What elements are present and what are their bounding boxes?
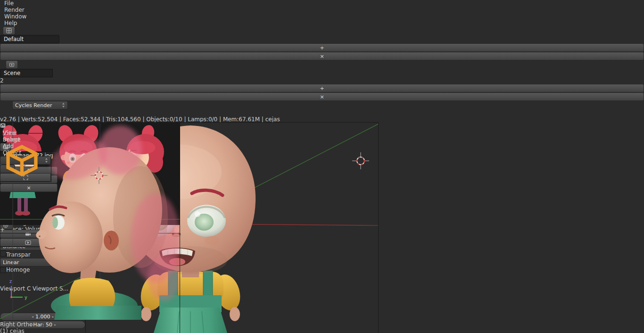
view-menu[interactable]: View (0, 130, 51, 136)
object-mode-icon (3, 142, 41, 180)
mode-select[interactable]: Object Mode (0, 156, 51, 165)
3d-cursor[interactable] (352, 152, 369, 169)
scene-name-field[interactable]: Scene (0, 69, 53, 77)
menu-window[interactable]: Window (0, 13, 644, 20)
scene-delete-button[interactable]: × (0, 92, 644, 101)
axis-y-label: y (25, 295, 27, 300)
menu-help[interactable]: Help (0, 20, 644, 26)
3dview-icon (0, 123, 6, 128)
stats-text: v2.76 | Verts:52,504 | Faces:52,344 | Tr… (0, 116, 644, 123)
menu-file[interactable]: File (0, 0, 644, 7)
scene-add-button[interactable]: + (0, 84, 644, 92)
mini-axis-gizmo: y z (9, 279, 27, 300)
updown-arrows-icon (45, 158, 48, 163)
expand-icon (23, 175, 28, 180)
screen-add-button[interactable]: + (0, 43, 644, 52)
screen-delete-button[interactable]: × (0, 52, 644, 60)
updown-arrows-icon (62, 102, 65, 108)
scene-users-button[interactable]: 2 (0, 77, 644, 84)
screen-layout-field[interactable]: Default (0, 35, 59, 43)
info-header: File Render Window Help Default + × Scen… (0, 0, 644, 123)
editor-type-3dview-button[interactable] (0, 123, 51, 130)
screen-browse-button[interactable] (3, 26, 15, 35)
axis-z-label: z (9, 279, 12, 284)
active-object-label: (1) cejas (0, 328, 180, 333)
viewport-view-label: Right Ortho (0, 321, 180, 328)
screen-layout-icon (6, 28, 12, 33)
menu-render[interactable]: Render (0, 7, 644, 13)
blender-window: File Render Window Help Default + × Scen… (0, 0, 644, 333)
scene-icon (9, 62, 15, 67)
engine-select[interactable]: Cycles Render (12, 101, 68, 109)
viewport-3d-right-header: View Select Add Object Object Mode (0, 123, 51, 182)
scene-browse-button[interactable] (6, 60, 18, 69)
